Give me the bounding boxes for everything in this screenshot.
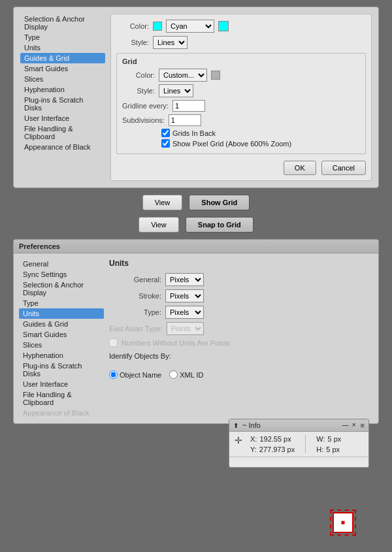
info-menu-icon[interactable]: ≡ <box>361 421 365 429</box>
sidebar-item-plugins2[interactable]: Plug-ins & Scratch Disks <box>19 361 104 379</box>
sidebar-item-slices2[interactable]: Slices <box>19 340 104 350</box>
grids-in-back-checkbox[interactable] <box>161 129 170 137</box>
info-panel: ⬆ ~ Info — × ≡ ✛ X: 192.55 px Y: 277.973… <box>229 419 369 468</box>
sidebar-item-sync[interactable]: Sync Settings <box>19 269 104 280</box>
object-name-radio-label[interactable]: Object Name <box>109 370 161 379</box>
sidebar-item-guides-grid[interactable]: Guides & Grid <box>20 53 105 63</box>
sidebar-item-appearance-black2[interactable]: Appearance of Black <box>19 408 104 418</box>
east-asian-row: East Asian Type: Points <box>109 322 368 335</box>
grid-style-select[interactable]: Lines Dots <box>159 84 193 97</box>
crosshair-icon: ✛ <box>235 435 242 446</box>
sidebar-item-smart-guides[interactable]: Smart Guides <box>20 63 105 74</box>
guides-color-swatch[interactable] <box>153 22 162 31</box>
top-preferences-panel: Selection & Anchor Display Type Units Gu… <box>13 7 379 188</box>
sidebar-item-type2[interactable]: Type <box>19 298 104 308</box>
subdivisions-input[interactable] <box>169 114 201 126</box>
numbers-without-checkbox[interactable] <box>109 338 118 347</box>
sidebar-item-user-interface[interactable]: User Interface <box>20 113 105 123</box>
guides-color-row: Color: Cyan Magenta Custom... <box>116 20 366 33</box>
guides-color-select[interactable]: Cyan Magenta Custom... <box>166 20 214 33</box>
info-x-row: X: 192.55 px <box>250 435 295 443</box>
sidebar-item-hyphenation2[interactable]: Hyphenation <box>19 350 104 361</box>
bottom-preferences-panel: Preferences General Sync Settings Select… <box>13 239 379 424</box>
view-button-2[interactable]: View <box>139 217 179 233</box>
sidebar-item-guides2[interactable]: Guides & Grid <box>19 319 104 329</box>
grid-color-swatch[interactable] <box>211 71 220 80</box>
dialog-buttons: OK Cancel <box>116 161 366 175</box>
sidebar-item-units[interactable]: Units <box>19 308 104 319</box>
subdivisions-label: Subdivisions: <box>122 116 165 124</box>
info-y-label: Y: <box>250 446 257 453</box>
info-title-bar: ⬆ ~ Info — × ≡ <box>229 419 368 432</box>
show-pixel-grid-row: Show Pixel Grid (Above 600% Zoom) <box>161 139 360 148</box>
ok-button[interactable]: OK <box>284 161 316 175</box>
gridline-label: Gridline every: <box>122 102 169 110</box>
info-values-right: W: 5 px H: 5 px <box>316 435 341 453</box>
snap-to-grid-button[interactable]: Snap to Grid <box>186 217 253 233</box>
action-row-1: View Show Grid <box>0 195 392 210</box>
xml-id-radio[interactable] <box>169 370 178 379</box>
grid-style-label: Style: <box>122 87 155 95</box>
show-grid-button[interactable]: Show Grid <box>189 195 250 210</box>
red-square-inner <box>333 512 353 533</box>
info-h-label: H: <box>316 446 323 453</box>
units-title: Units <box>109 259 368 268</box>
identify-objects-row: Identify Objects By: Object Name XML ID <box>109 352 368 379</box>
info-values-left: X: 192.55 px Y: 277.973 px <box>250 435 295 453</box>
object-name-text: Object Name <box>120 371 161 379</box>
info-body: ✛ X: 192.55 px Y: 277.973 px W: 5 px H: … <box>229 432 368 457</box>
xml-id-radio-label[interactable]: XML ID <box>169 370 203 379</box>
show-pixel-grid-checkbox[interactable] <box>161 139 170 148</box>
type-units-select[interactable]: Pixels Points Inches <box>165 306 204 319</box>
general-units-select[interactable]: Pixels Points Inches <box>165 273 204 286</box>
sidebar-item-selection-anchor[interactable]: Selection & Anchor Display <box>20 14 105 32</box>
guides-color-label: Color: <box>116 22 149 30</box>
type-units-row: Type: Pixels Points Inches <box>109 306 368 319</box>
sidebar-item-slices[interactable]: Slices <box>20 74 105 84</box>
guides-style-row: Style: Lines Dots <box>116 36 366 49</box>
cancel-button[interactable]: Cancel <box>321 161 366 175</box>
sidebar-item-smart-guides2[interactable]: Smart Guides <box>19 329 104 340</box>
sidebar-item-file-handling[interactable]: File Handling & Clipboard <box>20 123 105 142</box>
pref-title-bar: Preferences <box>14 240 378 253</box>
sidebar-item-user-interface2[interactable]: User Interface <box>19 379 104 389</box>
pref-body: General Sync Settings Selection & Anchor… <box>14 253 378 423</box>
grid-color-row: Color: Custom... Cyan Black <box>122 69 360 82</box>
grid-color-label: Color: <box>122 71 155 79</box>
grid-group: Grid Color: Custom... Cyan Black Style: … <box>116 53 366 154</box>
sidebar-item-units-top[interactable]: Units <box>20 42 105 53</box>
red-square-area <box>330 510 356 536</box>
sidebar-item-general[interactable]: General <box>19 259 104 269</box>
red-square-dot <box>342 521 345 525</box>
subdivisions-row: Subdivisions: <box>122 114 360 126</box>
top-sidebar: Selection & Anchor Display Type Units Gu… <box>20 14 105 181</box>
gridline-input[interactable] <box>172 100 205 112</box>
sidebar-item-hyphenation[interactable]: Hyphenation <box>20 84 105 95</box>
sidebar-item-selection[interactable]: Selection & Anchor Display <box>19 280 104 298</box>
info-w-label: W: <box>316 435 325 443</box>
guides-color-preview[interactable] <box>218 21 229 31</box>
info-bottom-line <box>229 457 368 467</box>
info-close-button[interactable]: × <box>352 421 356 429</box>
view-button-1[interactable]: View <box>142 195 183 210</box>
object-name-radio[interactable] <box>109 370 118 379</box>
east-asian-select[interactable]: Points <box>167 322 204 335</box>
sidebar-item-appearance-black[interactable]: Appearance of Black <box>20 142 105 152</box>
grid-color-select[interactable]: Custom... Cyan Black <box>159 69 207 82</box>
info-title-text: ~ Info <box>242 421 261 429</box>
info-collapse-icon[interactable]: ⬆ <box>233 422 238 429</box>
sidebar-item-type[interactable]: Type <box>20 32 105 42</box>
info-x-value: 192.55 px <box>259 435 291 443</box>
xml-id-text: XML ID <box>180 371 203 379</box>
action-row-2: View Snap to Grid <box>0 217 392 233</box>
stroke-units-label: Stroke: <box>109 292 161 300</box>
numbers-without-row: Numbers Without Units Are Points <box>109 338 368 347</box>
guides-style-select[interactable]: Lines Dots <box>153 36 188 49</box>
sidebar-item-plugins[interactable]: Plug-ins & Scratch Disks <box>20 95 105 113</box>
info-y-value: 277.973 px <box>259 446 295 453</box>
stroke-units-select[interactable]: Pixels Points Inches <box>165 289 204 302</box>
info-w-row: W: 5 px <box>316 435 341 443</box>
info-minimize-button[interactable]: — <box>342 421 349 429</box>
sidebar-item-file-handling2[interactable]: File Handling & Clipboard <box>19 389 104 408</box>
show-pixel-grid-label: Show Pixel Grid (Above 600% Zoom) <box>172 140 291 148</box>
